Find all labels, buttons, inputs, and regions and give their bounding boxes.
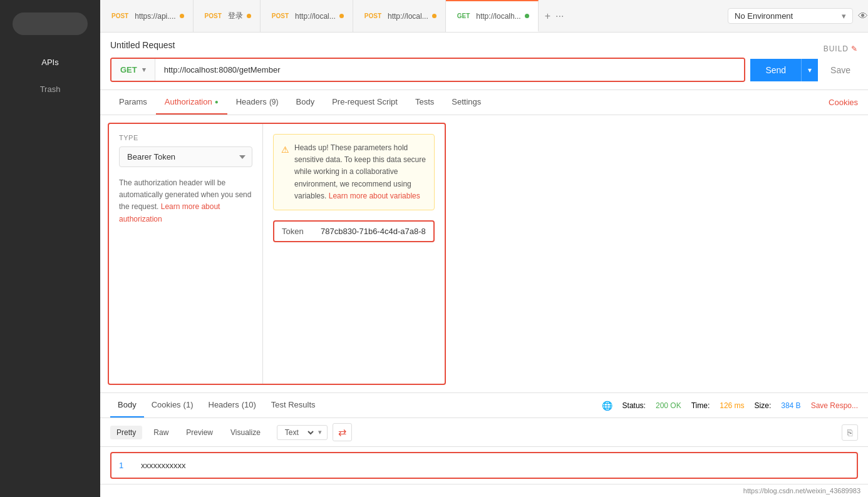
time-value: 126 ms: [720, 401, 744, 410]
response-tabs: Body Cookies (1) Headers (10) Test Resul…: [100, 393, 868, 418]
format-tab-visualize[interactable]: Visualize: [224, 426, 267, 439]
tab-body[interactable]: Body: [287, 90, 324, 115]
tab-params[interactable]: Params: [110, 90, 156, 115]
tab1-dot: [180, 14, 184, 18]
tab-post-local2[interactable]: POST http://local...: [353, 0, 446, 32]
auth-left: TYPE Bearer Token No Auth API Key Basic …: [109, 124, 263, 384]
save-response-button[interactable]: Save Respo...: [811, 401, 858, 410]
format-tab-raw[interactable]: Raw: [147, 426, 175, 439]
alert-icon: ⚠: [281, 143, 289, 202]
topbar: POST https://api.... POST 登录 POST http:/…: [100, 0, 868, 33]
copy-button[interactable]: ⎘: [842, 424, 858, 441]
save-button[interactable]: Save: [823, 59, 858, 81]
url-bar-outer: GET ▾ Send ▾ Save: [110, 58, 858, 82]
tab-pre-request[interactable]: Pre-request Script: [323, 90, 406, 115]
response-tab-test-results[interactable]: Test Results: [264, 393, 323, 418]
send-button[interactable]: Send: [750, 59, 801, 81]
tab3-dot: [339, 14, 344, 18]
format-tab-pretty[interactable]: Pretty: [110, 426, 142, 439]
tab-tests[interactable]: Tests: [406, 90, 443, 115]
footer-bar: https://blog.csdn.net/weixin_43689983: [100, 484, 868, 497]
type-select[interactable]: Bearer Token No Auth API Key Basic Auth …: [119, 146, 252, 167]
response-tab-headers[interactable]: Headers (10): [201, 393, 264, 418]
response-format-bar: Pretty Raw Preview Visualize Text JSON H…: [100, 418, 868, 447]
env-selector[interactable]: No Environment ▾: [728, 8, 853, 24]
sidebar-item-trash[interactable]: Trash: [0, 81, 100, 98]
tab5-method: GET: [455, 12, 473, 20]
auth-description: The authorization header will be automat…: [119, 177, 252, 225]
auth-wrapper: TYPE Bearer Token No Auth API Key Basic …: [100, 115, 868, 392]
request-title-row: Untitled Request BUILD ✎: [110, 40, 858, 58]
chevron-down-icon: ▾: [318, 428, 322, 436]
tab-post-local1[interactable]: POST http://local...: [261, 0, 353, 32]
tab-headers[interactable]: Headers (9): [227, 90, 287, 115]
add-tab-button[interactable]: +: [545, 11, 550, 22]
tab-settings[interactable]: Settings: [443, 90, 490, 115]
headers-badge: (9): [269, 98, 279, 106]
sidebar-logo: [13, 13, 88, 35]
edit-icon: ✎: [851, 44, 858, 53]
tab-post-api[interactable]: POST https://api....: [100, 0, 194, 32]
main-container: POST https://api.... POST 登录 POST http:/…: [100, 0, 868, 497]
url-bar: GET ▾: [110, 58, 745, 82]
tab5-url: http://localh...: [476, 12, 520, 21]
size-label: Size:: [755, 401, 772, 410]
url-input[interactable]: [155, 59, 745, 81]
tab-get-local-active[interactable]: GET http://localh...: [446, 0, 539, 32]
sidebar-item-apis[interactable]: APIs: [0, 54, 100, 71]
token-input[interactable]: [321, 227, 426, 236]
status-label: Status:: [623, 401, 646, 410]
format-select[interactable]: Text JSON HTML XML: [282, 428, 316, 438]
tab2-method: POST: [202, 12, 224, 20]
tab2-url: 登录: [228, 11, 243, 21]
auth-right: ⚠ Heads up! These parameters hold sensit…: [263, 124, 445, 384]
chevron-down-icon: ▾: [842, 11, 846, 21]
tab3-url: http://local...: [295, 12, 336, 21]
type-label: TYPE: [119, 134, 252, 141]
tab-authorization[interactable]: Authorization ●: [156, 90, 227, 115]
tab-post-login[interactable]: POST 登录: [194, 0, 261, 32]
format-select-wrapper: Text JSON HTML XML ▾: [277, 425, 328, 440]
cookies-link[interactable]: Cookies: [829, 98, 858, 107]
tab3-method: POST: [269, 12, 291, 20]
time-label: Time:: [691, 401, 710, 410]
request-title: Untitled Request: [110, 40, 175, 50]
headers-badge: (10): [242, 400, 256, 409]
sidebar: APIs Trash: [0, 0, 100, 497]
tab-actions: + ···: [539, 11, 571, 22]
response-status: 🌐 Status: 200 OK Time: 126 ms Size: 384 …: [602, 401, 858, 411]
env-label: No Environment: [735, 11, 837, 21]
response-tab-cookies[interactable]: Cookies (1): [144, 393, 201, 418]
tab4-url: http://local...: [388, 12, 428, 21]
learn-variables-link[interactable]: Learn more about variables: [329, 192, 420, 200]
alert-box: ⚠ Heads up! These parameters hold sensit…: [273, 134, 435, 210]
build-button[interactable]: BUILD ✎: [824, 44, 858, 53]
alert-text: Heads up! These parameters hold sensitiv…: [294, 142, 426, 202]
response-body: 1 xxxxxxxxxxx: [110, 452, 858, 479]
auth-content: TYPE Bearer Token No Auth API Key Basic …: [109, 124, 445, 384]
eye-icon[interactable]: 👁: [858, 11, 868, 22]
send-btn-group: Send ▾: [750, 59, 818, 81]
request-area: Untitled Request BUILD ✎ GET ▾ Send ▾ Sa…: [100, 33, 868, 90]
cookies-badge: (1): [183, 400, 194, 409]
wrap-button[interactable]: ⇄: [333, 423, 352, 441]
nav-tabs: Params Authorization ● Headers (9) Body …: [100, 90, 868, 115]
token-label: Token: [282, 227, 313, 236]
response-tab-body[interactable]: Body: [110, 393, 144, 418]
tabs-container: POST https://api.... POST 登录 POST http:/…: [100, 0, 728, 32]
method-value: GET: [120, 65, 137, 74]
response-value: xxxxxxxxxxx: [141, 461, 186, 470]
tab4-method: POST: [362, 12, 384, 20]
send-dropdown-button[interactable]: ▾: [801, 59, 818, 81]
auth-panel: TYPE Bearer Token No Auth API Key Basic …: [108, 123, 446, 385]
format-tab-preview[interactable]: Preview: [180, 426, 219, 439]
authorization-dot: ●: [215, 98, 219, 105]
tab1-url: https://api....: [135, 12, 175, 21]
line-number: 1: [119, 461, 123, 470]
method-dropdown[interactable]: GET ▾: [111, 59, 155, 81]
status-value: 200 OK: [656, 401, 681, 410]
response-area: Body Cookies (1) Headers (10) Test Resul…: [100, 392, 868, 484]
tab5-dot: [525, 14, 529, 18]
tab1-method: POST: [109, 12, 131, 20]
more-tabs-button[interactable]: ···: [555, 11, 564, 22]
